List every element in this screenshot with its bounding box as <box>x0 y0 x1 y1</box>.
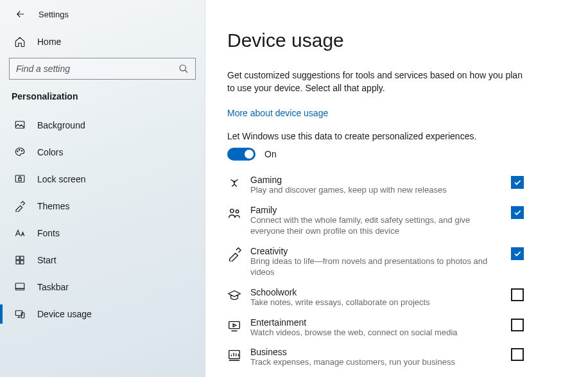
sidebar-top: Settings <box>0 5 205 30</box>
family-icon <box>227 206 241 220</box>
sidebar-item-colors[interactable]: Colors <box>0 139 205 166</box>
search-icon <box>178 64 189 74</box>
sidebar-item-label: Home <box>37 37 61 47</box>
colors-icon <box>14 146 26 158</box>
svg-rect-8 <box>21 256 24 259</box>
start-icon <box>14 254 26 266</box>
page-title: Device usage <box>227 30 566 51</box>
themes-icon <box>14 200 26 212</box>
usage-desc: Track expenses, manage customers, run yo… <box>250 357 502 368</box>
usage-checkbox-business[interactable] <box>511 348 524 361</box>
svg-rect-6 <box>19 179 22 181</box>
usage-title: Gaming <box>250 175 502 185</box>
svg-rect-17 <box>229 321 240 328</box>
usage-text: BusinessTrack expenses, manage customers… <box>250 347 502 368</box>
usage-item-family: FamilyConnect with the whole family, edi… <box>227 205 524 237</box>
svg-rect-7 <box>16 256 19 259</box>
usage-desc: Take notes, write essays, collaborate on… <box>250 297 502 308</box>
usage-checkbox-gaming[interactable] <box>511 176 524 189</box>
svg-point-14 <box>234 181 235 182</box>
svg-point-15 <box>230 209 234 213</box>
usage-checkbox-family[interactable] <box>511 206 524 219</box>
more-link[interactable]: More about device usage <box>227 108 328 118</box>
lockscreen-icon <box>14 173 26 185</box>
sidebar: Settings Home Personalization Background… <box>0 0 205 377</box>
sidebar-item-home[interactable]: Home <box>0 30 205 54</box>
personalization-toggle[interactable] <box>227 148 255 161</box>
toggle-label: On <box>264 149 277 159</box>
sidebar-item-label: Device usage <box>37 309 92 319</box>
usage-text: CreativityBring ideas to life—from novel… <box>250 246 502 278</box>
sidebar-item-background[interactable]: Background <box>0 112 205 139</box>
usage-item-creativity: CreativityBring ideas to life—from novel… <box>227 246 524 278</box>
back-button[interactable] <box>14 8 27 21</box>
usage-text: EntertainmentWatch videos, browse the we… <box>250 317 502 338</box>
svg-point-0 <box>180 65 186 71</box>
sidebar-item-label: Lock screen <box>37 174 85 184</box>
sidebar-item-themes[interactable]: Themes <box>0 193 205 220</box>
usage-item-entertainment: EntertainmentWatch videos, browse the we… <box>227 317 524 338</box>
usage-checkbox-entertainment[interactable] <box>511 319 524 331</box>
window-title: Settings <box>39 10 69 19</box>
usage-title: Family <box>250 205 502 215</box>
gaming-icon <box>227 176 241 190</box>
usage-item-schoolwork: SchoolworkTake notes, write essays, coll… <box>227 287 524 308</box>
sidebar-item-label: Themes <box>37 201 70 211</box>
taskbar-icon <box>14 281 26 293</box>
usage-text: FamilyConnect with the whole family, edi… <box>250 205 502 237</box>
sidebar-item-label: Start <box>37 255 56 265</box>
usage-text: SchoolworkTake notes, write essays, coll… <box>250 287 502 308</box>
sidebar-item-label: Colors <box>37 147 63 157</box>
sidebar-item-lock-screen[interactable]: Lock screen <box>0 166 205 193</box>
sidebar-item-taskbar[interactable]: Taskbar <box>0 274 205 301</box>
home-icon <box>14 36 26 48</box>
svg-rect-1 <box>15 121 24 128</box>
search-wrap <box>0 54 205 89</box>
usage-desc: Bring ideas to life—from novels and pres… <box>250 256 502 278</box>
sidebar-item-label: Fonts <box>37 228 60 238</box>
business-icon <box>227 348 241 362</box>
subtext: Let Windows use this data to create pers… <box>227 131 566 141</box>
sidebar-item-fonts[interactable]: Fonts <box>0 220 205 247</box>
sidebar-item-label: Background <box>37 120 85 130</box>
svg-rect-9 <box>16 261 19 264</box>
usage-desc: Play and discover games, keep up with ne… <box>250 185 502 196</box>
usage-title: Schoolwork <box>250 287 502 297</box>
schoolwork-icon <box>227 288 241 302</box>
usage-list: GamingPlay and discover games, keep up w… <box>227 175 524 368</box>
usage-item-gaming: GamingPlay and discover games, keep up w… <box>227 175 524 196</box>
search-box[interactable] <box>9 58 196 80</box>
usage-title: Business <box>250 347 502 357</box>
search-input[interactable] <box>16 64 178 74</box>
svg-point-4 <box>21 150 22 152</box>
svg-point-2 <box>17 151 19 152</box>
deviceusage-icon <box>14 308 26 320</box>
background-icon <box>14 119 26 131</box>
usage-checkbox-schoolwork[interactable] <box>511 288 524 301</box>
page-description: Get customized suggestions for tools and… <box>227 69 523 94</box>
usage-item-business: BusinessTrack expenses, manage customers… <box>227 347 524 368</box>
fonts-icon <box>14 227 26 239</box>
category-label: Personalization <box>0 89 205 112</box>
usage-title: Creativity <box>250 246 502 256</box>
svg-point-3 <box>19 150 21 151</box>
usage-desc: Connect with the whole family, edit safe… <box>250 215 502 237</box>
usage-desc: Watch videos, browse the web, connect on… <box>250 328 502 338</box>
sidebar-item-device-usage[interactable]: Device usage <box>0 301 205 328</box>
usage-text: GamingPlay and discover games, keep up w… <box>250 175 502 196</box>
sidebar-item-start[interactable]: Start <box>0 247 205 274</box>
back-arrow-icon <box>15 8 26 20</box>
creativity-icon <box>227 247 241 261</box>
sidebar-item-label: Taskbar <box>37 282 69 292</box>
entertainment-icon <box>227 319 241 333</box>
svg-rect-10 <box>21 261 24 264</box>
toggle-row: On <box>227 148 566 161</box>
content: Device usage Get customized suggestions … <box>205 0 588 377</box>
usage-checkbox-creativity[interactable] <box>511 247 524 260</box>
usage-title: Entertainment <box>250 317 502 328</box>
sidebar-nav-list: BackgroundColorsLock screenThemesFontsSt… <box>0 112 205 328</box>
svg-point-16 <box>236 210 239 213</box>
